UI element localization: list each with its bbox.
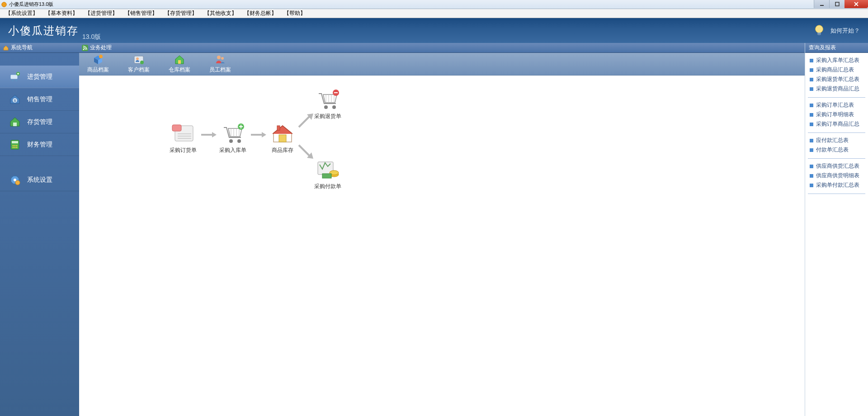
payment-icon xyxy=(314,159,341,180)
report-link-label: 应付款汇总表 xyxy=(816,137,849,144)
svg-rect-2 xyxy=(835,2,839,6)
svg-rect-5 xyxy=(10,75,18,79)
sidebar-item-label: 进货管理 xyxy=(27,73,52,81)
app-title: 小傻瓜进销存 xyxy=(8,24,79,38)
top-toolbar: 商品档案 客户档案 仓库档案 员工档案 xyxy=(79,53,805,76)
flow-inventory[interactable]: 商品库存 xyxy=(269,123,296,154)
workflow-canvas: 采购订货单 采购入库单 商品库存 采购退货单 采购付款单 xyxy=(79,76,805,416)
menu-inventory[interactable]: 【存货管理】 xyxy=(161,9,201,17)
sidebar: 系统导航 进货管理 $ 销售管理 存货管理 财务管理 系统设置 xyxy=(0,43,79,416)
bullet-icon xyxy=(810,184,813,187)
user-card-icon xyxy=(133,54,144,65)
svg-point-14 xyxy=(13,145,14,146)
svg-point-15 xyxy=(14,145,16,146)
svg-point-28 xyxy=(140,61,144,64)
svg-text:$: $ xyxy=(14,99,16,103)
sidebar-item-finance[interactable]: 财务管理 xyxy=(0,133,79,156)
howto-link[interactable]: 如何开始？ xyxy=(830,27,860,35)
report-link[interactable]: 采购订单商品汇总 xyxy=(808,119,865,129)
cart-return-icon xyxy=(314,89,341,110)
report-link[interactable]: 应付款汇总表 xyxy=(808,136,865,145)
sidebar-item-purchase[interactable]: 进货管理 xyxy=(0,66,79,88)
toolbar-employee-archive[interactable]: 员工档案 xyxy=(207,54,234,74)
svg-point-27 xyxy=(136,57,139,60)
menu-help[interactable]: 【帮助】 xyxy=(280,9,309,17)
report-link[interactable]: 采购退货商品汇总 xyxy=(808,84,865,94)
box-icon xyxy=(93,54,104,65)
svg-point-0 xyxy=(2,2,7,7)
sidebar-item-settings[interactable]: 系统设置 xyxy=(0,169,79,191)
svg-point-19 xyxy=(16,147,18,148)
report-group: 应付款汇总表付款单汇总表 xyxy=(808,133,865,159)
svg-point-25 xyxy=(99,55,103,58)
close-button[interactable] xyxy=(844,0,868,8)
svg-rect-45 xyxy=(322,174,331,178)
report-link[interactable]: 供应商供货明细表 xyxy=(808,171,865,180)
report-link-label: 采购退货商品汇总 xyxy=(816,85,859,93)
calculator-icon xyxy=(9,139,21,151)
bullet-icon xyxy=(810,87,813,91)
svg-rect-1 xyxy=(820,5,824,6)
arrow-down-right-icon xyxy=(297,143,315,161)
menu-basic-data[interactable]: 【基本资料】 xyxy=(42,9,81,17)
toolbar-label: 商品档案 xyxy=(87,66,109,74)
report-link[interactable]: 采购单付款汇总表 xyxy=(808,180,865,190)
menubar: 【系统设置】 【基本资料】 【进货管理】 【销售管理】 【存货管理】 【其他收支… xyxy=(0,9,868,18)
svg-rect-37 xyxy=(279,135,286,142)
flow-label: 采购入库单 xyxy=(219,147,246,154)
header-band: 小傻瓜进销存 13.0版 如何开始？ xyxy=(0,18,868,43)
svg-point-24 xyxy=(83,48,85,50)
menu-sales[interactable]: 【销售管理】 xyxy=(121,9,161,17)
people-icon xyxy=(215,54,226,65)
flow-label: 采购付款单 xyxy=(314,183,341,190)
maximize-button[interactable] xyxy=(829,0,844,8)
sidebar-item-label: 存货管理 xyxy=(27,118,52,126)
flow-label: 采购退货单 xyxy=(314,113,341,120)
report-link[interactable]: 采购订单汇总表 xyxy=(808,100,865,110)
report-link-label: 供应商供货明细表 xyxy=(816,172,859,180)
report-link[interactable]: 供应商供货汇总表 xyxy=(808,161,865,171)
svg-rect-11 xyxy=(13,123,17,126)
report-group: 采购订单汇总表采购订单明细表采购订单商品汇总 xyxy=(808,98,865,133)
menu-other-io[interactable]: 【其他收支】 xyxy=(201,9,241,17)
report-group: 供应商供货汇总表供应商供货明细表采购单付款汇总表 xyxy=(808,159,865,194)
right-sidebar-header: 查询及报表 xyxy=(805,43,868,53)
flow-label: 采购订货单 xyxy=(170,147,197,154)
report-link[interactable]: 付款单汇总表 xyxy=(808,145,865,155)
report-link[interactable]: 采购订单明细表 xyxy=(808,110,865,119)
report-link-label: 采购订单汇总表 xyxy=(816,101,854,109)
bullet-icon xyxy=(810,123,813,126)
arrow-icon xyxy=(250,132,267,138)
report-link-label: 付款单汇总表 xyxy=(816,146,849,154)
svg-point-6 xyxy=(12,79,14,81)
rss-icon xyxy=(82,45,88,51)
flow-purchase-payment[interactable]: 采购付款单 xyxy=(314,159,341,190)
report-link[interactable]: 采购退货单汇总表 xyxy=(808,75,865,84)
toolbar-customer-archive[interactable]: 客户档案 xyxy=(125,54,152,74)
svg-point-35 xyxy=(237,139,241,143)
menu-purchase[interactable]: 【进货管理】 xyxy=(81,9,121,17)
report-link-label: 采购入库单汇总表 xyxy=(816,57,859,64)
flow-purchase-return[interactable]: 采购退货单 xyxy=(314,89,341,120)
bullet-icon xyxy=(810,78,813,81)
svg-point-16 xyxy=(16,145,18,146)
svg-point-7 xyxy=(15,79,18,81)
minimize-button[interactable] xyxy=(814,0,829,8)
bullet-icon xyxy=(810,59,813,62)
svg-rect-29 xyxy=(178,60,181,64)
toolbar-product-archive[interactable]: 商品档案 xyxy=(85,54,112,74)
flow-purchase-order[interactable]: 采购订货单 xyxy=(170,123,197,154)
sidebar-item-sales[interactable]: $ 销售管理 xyxy=(0,88,79,111)
menu-system-settings[interactable]: 【系统设置】 xyxy=(2,9,42,17)
gear-icon xyxy=(9,174,21,186)
report-link[interactable]: 采购入库单汇总表 xyxy=(808,56,865,65)
menu-finance[interactable]: 【财务总帐】 xyxy=(241,9,280,17)
lightbulb-icon xyxy=(812,24,826,38)
report-link[interactable]: 采购商品汇总表 xyxy=(808,65,865,75)
sidebar-item-inventory[interactable]: 存货管理 xyxy=(0,111,79,133)
app-icon xyxy=(1,1,7,8)
toolbar-warehouse-archive[interactable]: 仓库档案 xyxy=(166,54,193,74)
flow-purchase-in[interactable]: 采购入库单 xyxy=(219,123,246,154)
svg-point-18 xyxy=(14,147,16,148)
arrow-icon xyxy=(200,132,217,138)
